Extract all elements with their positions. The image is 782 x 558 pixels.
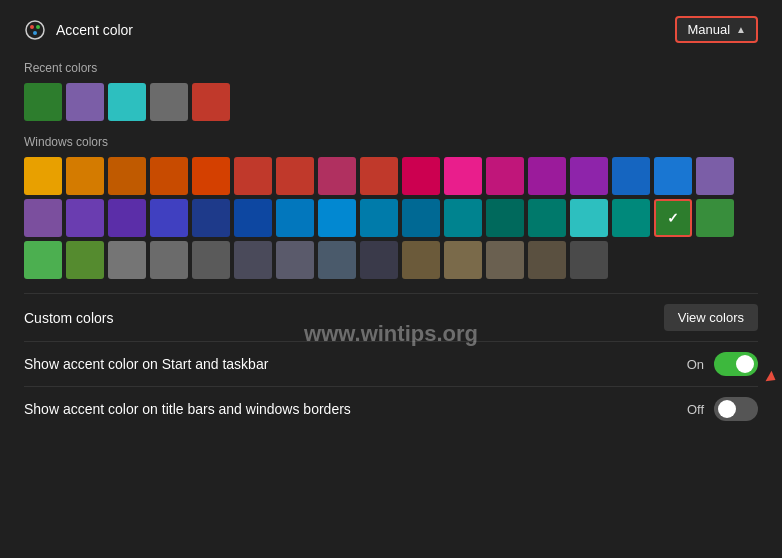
color-swatch-windows[interactable] (570, 157, 608, 195)
color-swatch-windows[interactable] (24, 157, 62, 195)
color-swatch-windows[interactable] (24, 241, 62, 279)
color-swatch-windows[interactable] (234, 199, 272, 237)
custom-colors-label: Custom colors (24, 310, 113, 326)
view-colors-button[interactable]: View colors (664, 304, 758, 331)
color-swatch-windows[interactable] (66, 157, 104, 195)
color-swatch-windows[interactable] (192, 157, 230, 195)
taskbar-setting: Show accent color on Start and taskbarOn (24, 341, 758, 386)
color-swatch-windows[interactable] (276, 241, 314, 279)
color-swatch-windows[interactable] (150, 199, 188, 237)
color-swatch-recent[interactable] (66, 83, 104, 121)
color-swatch-windows[interactable] (528, 157, 566, 195)
color-swatch-windows[interactable] (402, 157, 440, 195)
titlebar-setting-value-text: Off (687, 402, 704, 417)
color-swatch-windows[interactable] (192, 199, 230, 237)
color-swatch-windows[interactable] (150, 241, 188, 279)
titlebar-setting-toggle[interactable] (714, 397, 758, 421)
color-swatch-recent[interactable] (192, 83, 230, 121)
color-swatch-windows[interactable] (150, 157, 188, 195)
color-swatch-windows[interactable] (528, 199, 566, 237)
taskbar-setting-toggle[interactable] (714, 352, 758, 376)
color-swatch-recent[interactable] (108, 83, 146, 121)
header-title: Accent color (56, 22, 133, 38)
color-swatch-windows[interactable] (66, 241, 104, 279)
color-swatch-windows[interactable] (318, 157, 356, 195)
custom-colors-row: Custom colors View colors (24, 293, 758, 341)
color-swatch-recent[interactable] (150, 83, 188, 121)
color-swatch-windows[interactable] (192, 241, 230, 279)
color-swatch-recent[interactable] (24, 83, 62, 121)
color-swatch-windows[interactable] (276, 199, 314, 237)
color-swatch-windows[interactable] (654, 157, 692, 195)
color-swatch-windows[interactable] (486, 157, 524, 195)
color-swatch-windows[interactable] (108, 199, 146, 237)
recent-colors-label: Recent colors (24, 61, 758, 75)
color-swatch-windows[interactable] (24, 199, 62, 237)
titlebar-setting: Show accent color on title bars and wind… (24, 386, 758, 431)
recent-colors-grid (24, 83, 758, 121)
color-swatch-windows[interactable] (696, 199, 734, 237)
header-left: Accent color (24, 19, 133, 41)
color-swatch-windows[interactable] (528, 241, 566, 279)
color-swatch-windows[interactable] (360, 157, 398, 195)
color-swatch-windows[interactable] (276, 157, 314, 195)
color-swatch-windows[interactable] (612, 157, 650, 195)
settings-container: Show accent color on Start and taskbarOn… (24, 341, 758, 431)
color-swatch-windows[interactable] (318, 199, 356, 237)
svg-point-0 (26, 21, 44, 39)
color-swatch-windows[interactable] (444, 241, 482, 279)
color-swatch-windows[interactable] (318, 241, 356, 279)
chevron-up-icon: ▲ (736, 24, 746, 35)
color-swatch-windows[interactable] (654, 199, 692, 237)
taskbar-setting-value-text: On (687, 357, 704, 372)
dropdown-label: Manual (687, 22, 730, 37)
color-swatch-windows[interactable] (696, 157, 734, 195)
windows-colors-label: Windows colors (24, 135, 758, 149)
color-swatch-windows[interactable] (360, 241, 398, 279)
color-swatch-windows[interactable] (444, 199, 482, 237)
svg-point-2 (36, 25, 40, 29)
taskbar-setting-label: Show accent color on Start and taskbar (24, 356, 268, 372)
accent-color-header: Accent color Manual ▲ (24, 16, 758, 43)
main-content: www.wintips.org Recent colors Windows co… (24, 61, 758, 293)
color-swatch-windows[interactable] (360, 199, 398, 237)
color-swatch-windows[interactable] (570, 241, 608, 279)
titlebar-setting-label: Show accent color on title bars and wind… (24, 401, 351, 417)
color-swatch-windows[interactable] (234, 241, 272, 279)
windows-colors-grid (24, 157, 758, 279)
color-swatch-windows[interactable] (612, 199, 650, 237)
color-swatch-windows[interactable] (402, 199, 440, 237)
titlebar-setting-value-row: Off (687, 397, 758, 421)
svg-point-1 (30, 25, 34, 29)
color-swatch-windows[interactable] (234, 157, 272, 195)
color-swatch-windows[interactable] (66, 199, 104, 237)
svg-point-3 (33, 31, 37, 35)
taskbar-setting-value-row: On (687, 352, 758, 376)
color-swatch-windows[interactable] (108, 241, 146, 279)
color-swatch-windows[interactable] (108, 157, 146, 195)
manual-dropdown[interactable]: Manual ▲ (675, 16, 758, 43)
taskbar-setting-slider (714, 352, 758, 376)
color-swatch-windows[interactable] (402, 241, 440, 279)
color-swatch-windows[interactable] (486, 241, 524, 279)
color-swatch-windows[interactable] (486, 199, 524, 237)
titlebar-setting-slider (714, 397, 758, 421)
color-swatch-windows[interactable] (444, 157, 482, 195)
color-swatch-windows[interactable] (570, 199, 608, 237)
palette-icon (24, 19, 46, 41)
